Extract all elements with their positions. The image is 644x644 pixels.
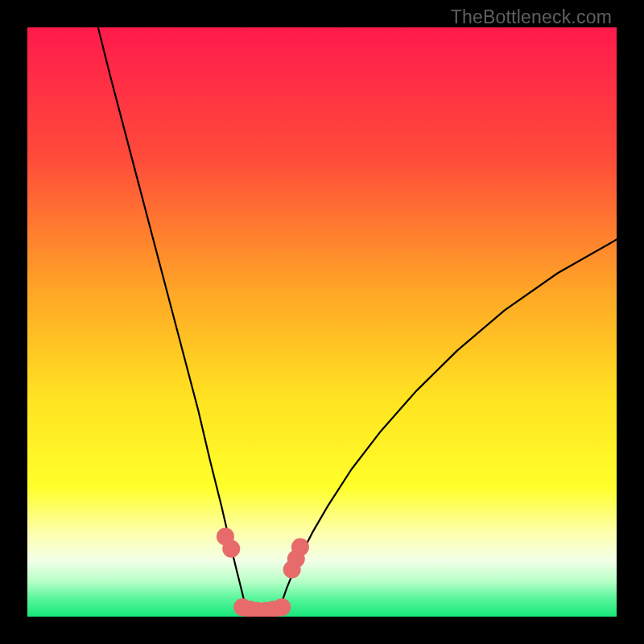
gradient-background	[27, 27, 617, 617]
cluster-point	[222, 540, 240, 558]
cluster-point	[273, 598, 291, 616]
cluster-point	[291, 539, 309, 556]
chart-canvas	[27, 27, 617, 617]
plot-area	[27, 27, 617, 617]
chart-frame: TheBottleneck.com	[0, 0, 644, 644]
watermark-label: TheBottleneck.com	[451, 6, 612, 28]
